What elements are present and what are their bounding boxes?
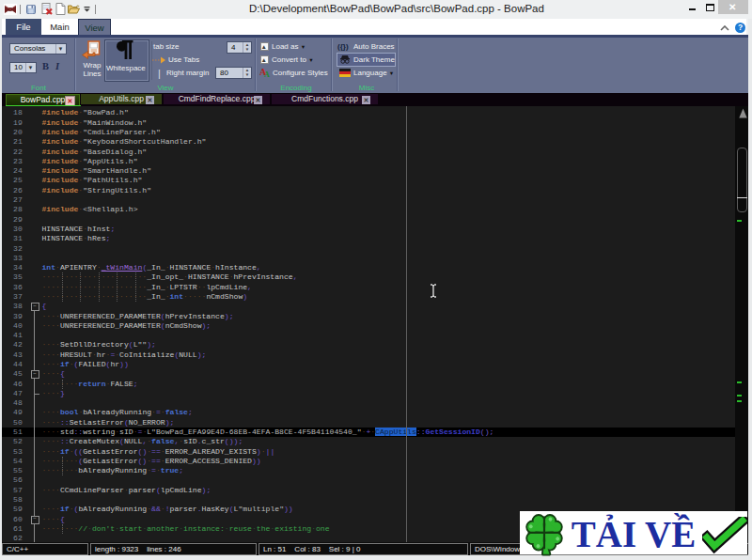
svg-text:▲: ▲ (260, 56, 266, 63)
svg-text:▲: ▲ (260, 43, 266, 50)
svg-text:A: A (264, 70, 270, 77)
